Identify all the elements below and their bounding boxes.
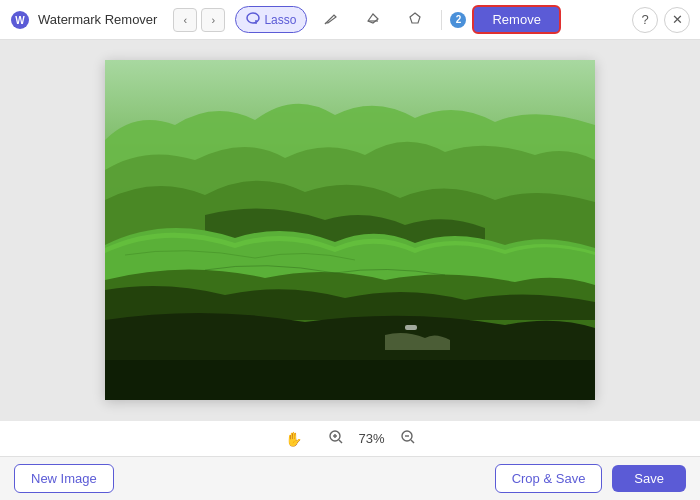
- forward-icon: ›: [212, 14, 216, 26]
- svg-line-3: [325, 23, 326, 24]
- remove-label: Remove: [492, 12, 540, 27]
- save-button[interactable]: Save: [612, 465, 686, 492]
- app-title: Watermark Remover: [38, 12, 157, 27]
- forward-button[interactable]: ›: [201, 8, 225, 32]
- remove-button[interactable]: Remove: [472, 5, 560, 34]
- canvas-area: [0, 40, 700, 420]
- badge: 2: [450, 12, 466, 28]
- svg-point-2: [247, 13, 259, 23]
- help-button[interactable]: ?: [632, 7, 658, 33]
- save-label: Save: [634, 471, 664, 486]
- svg-line-15: [411, 440, 414, 443]
- svg-rect-7: [105, 360, 595, 400]
- zoom-level: 73%: [354, 431, 390, 446]
- title-bar-right: ? ✕: [632, 7, 690, 33]
- close-icon: ✕: [672, 12, 683, 27]
- footer-left: New Image: [14, 464, 114, 493]
- new-image-label: New Image: [31, 471, 97, 486]
- polygon-tool-button[interactable]: [397, 6, 433, 33]
- nav-buttons: ‹ ›: [173, 8, 225, 32]
- pan-icon[interactable]: ✋: [285, 431, 302, 447]
- zoom-bar: ✋ 73%: [0, 420, 700, 456]
- zoom-in-icon[interactable]: [328, 429, 344, 448]
- title-bar: W Watermark Remover ‹ › Lasso: [0, 0, 700, 40]
- tool-separator: [441, 10, 442, 30]
- brush-icon: [324, 11, 338, 28]
- eraser-icon: [366, 11, 380, 28]
- back-icon: ‹: [184, 14, 188, 26]
- footer: New Image Crop & Save Save: [0, 456, 700, 500]
- title-bar-left: W Watermark Remover ‹ ›: [10, 8, 225, 32]
- lasso-icon: [246, 11, 260, 28]
- main-image: [105, 60, 595, 400]
- zoom-out-icon[interactable]: [400, 429, 416, 448]
- eraser-tool-button[interactable]: [355, 6, 391, 33]
- crop-save-label: Crop & Save: [512, 471, 586, 486]
- new-image-button[interactable]: New Image: [14, 464, 114, 493]
- svg-text:W: W: [15, 15, 25, 26]
- svg-marker-5: [410, 13, 420, 23]
- app-logo-icon: W: [10, 10, 30, 30]
- image-container: [105, 60, 595, 400]
- landscape-svg: [105, 60, 595, 400]
- lasso-label: Lasso: [264, 13, 296, 27]
- footer-right: Crop & Save Save: [495, 464, 686, 493]
- lasso-tool-button[interactable]: Lasso: [235, 6, 307, 33]
- svg-line-12: [339, 440, 342, 443]
- close-button[interactable]: ✕: [664, 7, 690, 33]
- svg-rect-8: [405, 325, 417, 330]
- crop-save-button[interactable]: Crop & Save: [495, 464, 603, 493]
- tool-buttons: Lasso: [235, 5, 632, 34]
- help-icon: ?: [641, 12, 648, 27]
- polygon-icon: [408, 11, 422, 28]
- brush-tool-button[interactable]: [313, 6, 349, 33]
- back-button[interactable]: ‹: [173, 8, 197, 32]
